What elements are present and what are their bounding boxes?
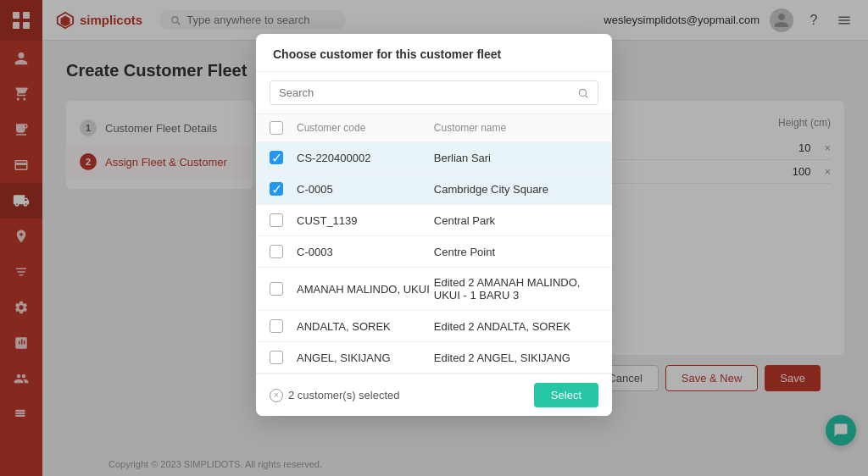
header-name: Customer name [434,122,598,134]
table-row[interactable]: C-0003 Centre Point [256,236,612,268]
row-code-4: C-0003 [297,246,434,258]
modal-overlay: Choose customer for this customer fleet … [0,0,868,476]
row-name-7: Edited 2 ANGEL, SIKIJANG [434,351,598,364]
selected-count: 2 customer(s) selected [288,389,400,401]
modal-header: Choose customer for this customer fleet [256,34,612,72]
row-name-1: Berlian Sari [434,152,598,164]
table-row[interactable]: CUST_1139 Central Park [256,205,612,236]
row-code-5: AMANAH MALINDO, UKUI [297,283,434,296]
modal-search-input[interactable] [279,86,572,99]
row-checkbox-5[interactable] [270,282,283,296]
row-checkbox-2[interactable]: ✓ [270,182,283,196]
row-name-3: Central Park [434,214,598,227]
row-checkbox-3[interactable] [270,213,283,227]
clear-selection-button[interactable]: × [270,389,283,402]
row-checkbox-7[interactable] [270,351,283,364]
row-name-5: Edited 2 AMANAH MALINDO, UKUI - 1 BARU 3 [434,276,598,302]
select-all-checkbox[interactable] [270,121,283,135]
row-checkbox-4[interactable] [270,245,283,258]
selected-badge: × 2 customer(s) selected [270,389,400,402]
svg-point-6 [579,89,586,96]
row-checkbox-6[interactable] [270,319,283,333]
modal-footer: × 2 customer(s) selected Select [256,374,612,416]
row-code-6: ANDALTA, SOREK [297,320,434,333]
modal-title: Choose customer for this customer fleet [273,47,501,61]
table-row[interactable]: ✓ C-0005 Cambridge City Square [256,174,612,205]
modal-search-area [256,72,612,114]
modal-search-icon [577,87,589,99]
customer-table: ✓ CS-220400002 Berlian Sari ✓ C-0005 Cam… [256,142,612,374]
header-code: Customer code [297,122,434,134]
modal: Choose customer for this customer fleet … [256,34,612,416]
table-row[interactable]: AMANAH MALINDO, UKUI Edited 2 AMANAH MAL… [256,268,612,311]
select-button[interactable]: Select [534,383,598,407]
table-row[interactable]: ANDALTA, SOREK Edited 2 ANDALTA, SOREK [256,311,612,342]
row-name-2: Cambridge City Square [434,183,598,196]
row-name-4: Centre Point [434,246,598,258]
row-name-6: Edited 2 ANDALTA, SOREK [434,320,598,333]
svg-line-7 [586,95,588,97]
row-code-2: C-0005 [297,183,434,196]
modal-search-container [270,80,598,105]
row-code-7: ANGEL, SIKIJANG [297,351,434,364]
row-checkbox-1[interactable]: ✓ [270,151,283,164]
row-code-3: CUST_1139 [297,214,434,227]
table-row[interactable]: ✓ CS-220400002 Berlian Sari [256,142,612,174]
header-check-col [270,121,297,135]
table-header: Customer code Customer name [256,114,612,142]
table-row[interactable]: ANGEL, SIKIJANG Edited 2 ANGEL, SIKIJANG [256,342,612,374]
row-code-1: CS-220400002 [297,152,434,164]
